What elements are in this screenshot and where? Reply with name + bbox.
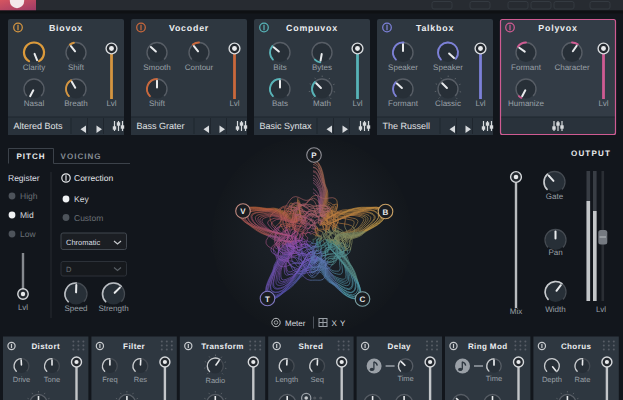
svg-text:Bass Grater: Bass Grater bbox=[137, 121, 185, 131]
svg-text:Humanize: Humanize bbox=[508, 99, 545, 108]
svg-text:Breath: Breath bbox=[64, 99, 88, 108]
svg-text:Mix: Mix bbox=[510, 307, 522, 316]
svg-text:Pan: Pan bbox=[548, 248, 562, 257]
svg-text:Talkbox: Talkbox bbox=[416, 23, 454, 33]
svg-text:Basic Syntax: Basic Syntax bbox=[260, 121, 313, 131]
svg-text:Vocoder: Vocoder bbox=[169, 23, 209, 33]
svg-text:Key: Key bbox=[74, 194, 89, 204]
svg-text:Delay: Delay bbox=[388, 342, 411, 351]
svg-text:VOICING: VOICING bbox=[61, 152, 102, 161]
svg-text:Rate: Rate bbox=[574, 375, 590, 384]
svg-text:Width: Width bbox=[545, 305, 565, 314]
svg-text:Biovox: Biovox bbox=[49, 23, 83, 33]
svg-text:Transform: Transform bbox=[201, 342, 244, 351]
svg-text:Math: Math bbox=[313, 99, 331, 108]
svg-text:The Russell: The Russell bbox=[383, 121, 431, 131]
svg-text:Clarity: Clarity bbox=[23, 63, 46, 72]
svg-text:V: V bbox=[240, 207, 246, 216]
svg-text:Correction: Correction bbox=[74, 173, 113, 183]
svg-text:Length: Length bbox=[275, 375, 298, 384]
svg-text:OUTPUT: OUTPUT bbox=[571, 149, 611, 158]
svg-text:Lvl: Lvl bbox=[229, 99, 239, 108]
svg-text:Seq: Seq bbox=[311, 375, 324, 384]
svg-text:Filter: Filter bbox=[123, 342, 145, 351]
svg-text:Strength: Strength bbox=[98, 304, 128, 313]
svg-text:P: P bbox=[311, 151, 317, 160]
svg-text:Time: Time bbox=[486, 374, 502, 383]
svg-text:Meter: Meter bbox=[285, 319, 306, 328]
svg-text:Drive: Drive bbox=[13, 375, 31, 384]
svg-text:Chromatic: Chromatic bbox=[66, 238, 100, 247]
svg-text:Lvl: Lvl bbox=[475, 99, 485, 108]
svg-text:Shift: Shift bbox=[149, 99, 166, 108]
svg-text:Low: Low bbox=[20, 229, 36, 239]
svg-text:Lvl: Lvl bbox=[106, 99, 116, 108]
svg-text:Custom: Custom bbox=[74, 213, 103, 223]
svg-text:Freq: Freq bbox=[102, 375, 117, 384]
svg-text:Lvl: Lvl bbox=[596, 305, 606, 314]
svg-text:Shred: Shred bbox=[299, 342, 324, 351]
svg-text:Classic: Classic bbox=[435, 99, 461, 108]
svg-text:Bats: Bats bbox=[272, 99, 288, 108]
svg-text:Smooth: Smooth bbox=[143, 63, 171, 72]
svg-text:T: T bbox=[265, 295, 270, 304]
svg-text:Radio: Radio bbox=[205, 376, 225, 385]
svg-text:PITCH: PITCH bbox=[17, 152, 46, 161]
svg-text:Bytes: Bytes bbox=[312, 63, 332, 72]
svg-text:Formant: Formant bbox=[511, 63, 542, 72]
svg-text:Speaker: Speaker bbox=[433, 63, 463, 72]
svg-text:Gate: Gate bbox=[546, 192, 564, 201]
svg-text:Distort: Distort bbox=[31, 342, 60, 351]
svg-text:B: B bbox=[383, 208, 389, 217]
svg-text:Ring Mod: Ring Mod bbox=[468, 342, 508, 351]
svg-text:Lvl: Lvl bbox=[598, 99, 608, 108]
svg-text:High: High bbox=[20, 191, 38, 201]
svg-text:Time: Time bbox=[397, 374, 413, 383]
svg-text:Depth: Depth bbox=[542, 375, 562, 384]
svg-text:Speaker: Speaker bbox=[388, 63, 418, 72]
svg-text:Formant: Formant bbox=[388, 99, 419, 108]
svg-text:Contour: Contour bbox=[185, 63, 214, 72]
svg-text:Bits: Bits bbox=[273, 63, 286, 72]
svg-text:Polyvox: Polyvox bbox=[538, 23, 577, 33]
svg-text:X Y: X Y bbox=[332, 319, 346, 328]
svg-text:Nasal: Nasal bbox=[24, 99, 45, 108]
svg-text:Tone: Tone bbox=[44, 375, 60, 384]
svg-text:Register: Register bbox=[8, 173, 40, 183]
svg-text:Speed: Speed bbox=[64, 304, 87, 313]
svg-text:Shift: Shift bbox=[68, 63, 85, 72]
svg-text:Compuvox: Compuvox bbox=[286, 23, 338, 33]
svg-text:Res: Res bbox=[134, 375, 148, 384]
svg-text:Lvl: Lvl bbox=[18, 303, 28, 312]
svg-text:D: D bbox=[66, 265, 72, 274]
svg-text:Chorus: Chorus bbox=[561, 342, 592, 351]
svg-text:C: C bbox=[360, 295, 366, 304]
svg-text:Character: Character bbox=[554, 63, 589, 72]
svg-text:Mid: Mid bbox=[20, 210, 34, 220]
svg-text:Altered Bots: Altered Bots bbox=[14, 121, 64, 131]
svg-text:Lvl: Lvl bbox=[352, 99, 362, 108]
